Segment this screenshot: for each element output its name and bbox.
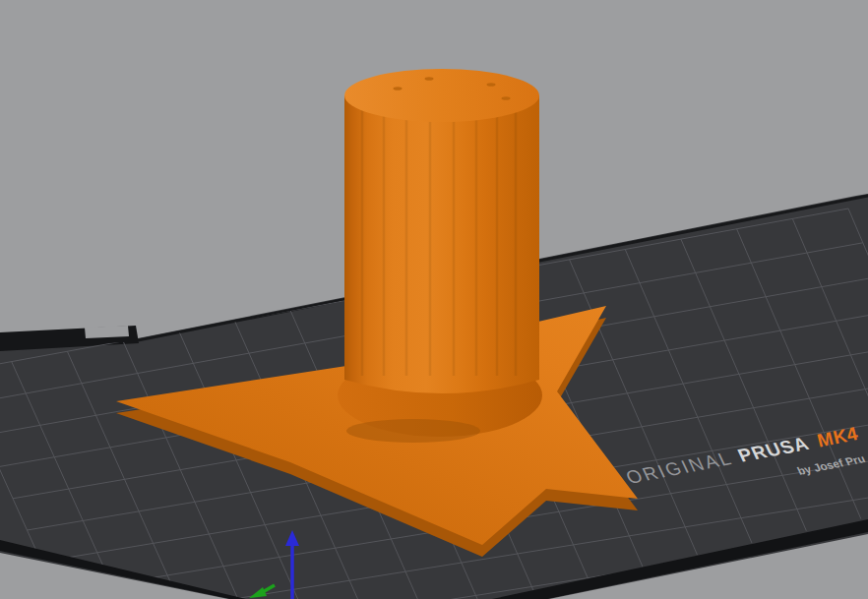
slicer-3d-viewport[interactable]: ORIGINAL PRUSA MK4 by Josef Pru xyxy=(0,0,868,599)
model-cylinder-top[interactable] xyxy=(344,69,539,122)
bed-clip-notch xyxy=(85,326,129,338)
viewport-canvas[interactable]: ORIGINAL PRUSA MK4 by Josef Pru xyxy=(0,0,868,599)
model-cylinder[interactable] xyxy=(344,95,539,393)
screw-hole-2 xyxy=(425,77,434,81)
screw-hole-4 xyxy=(502,96,511,100)
screw-hole-1 xyxy=(394,87,403,90)
model-base-notch-shadow xyxy=(346,419,480,443)
screw-hole-3 xyxy=(487,83,496,87)
